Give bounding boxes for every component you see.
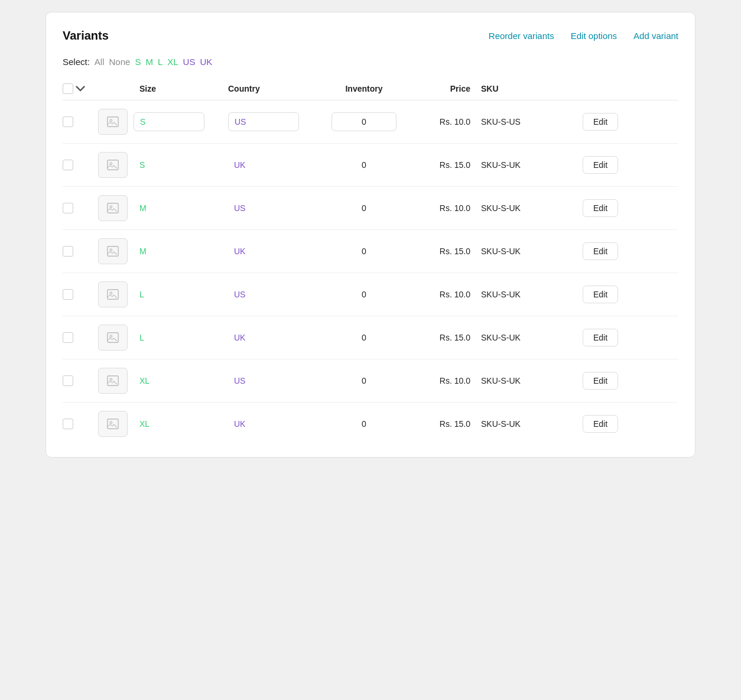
svg-point-7 [110,249,112,251]
edit-button[interactable]: Edit [583,242,618,260]
row-inventory-cell [323,112,405,131]
row-image-thumb[interactable] [98,152,134,178]
edit-button[interactable]: Edit [583,372,618,390]
row-checkbox[interactable] [63,419,73,429]
inventory-value: 0 [332,419,396,429]
row-checkbox-cell [63,375,98,386]
row-price: Rs. 10.0 [405,117,476,127]
edit-button[interactable]: Edit [583,415,618,433]
reorder-variants-link[interactable]: Reorder variants [489,31,554,41]
row-country-cell: UK [228,247,323,256]
row-sku: SKU-S-UK [476,203,583,213]
row-checkbox-cell [63,289,98,300]
country-value: UK [228,333,299,342]
row-size-cell: L [134,290,228,299]
edit-button[interactable]: Edit [583,199,618,217]
row-inventory-cell: 0 [323,333,405,342]
row-country-cell: US [228,376,323,385]
row-checkbox[interactable] [63,160,73,170]
header-sku: SKU [476,84,583,93]
select-all[interactable]: All [95,57,105,67]
row-checkbox-cell [63,332,98,343]
inventory-value: 0 [332,203,396,213]
row-sku: SKU-S-UK [476,419,583,429]
checkbox-dropdown-icon[interactable] [76,84,85,93]
row-checkbox[interactable] [63,246,73,257]
row-image-thumb[interactable] [98,195,134,221]
row-price: Rs. 10.0 [405,376,476,385]
svg-point-9 [110,292,112,294]
svg-point-15 [110,422,112,424]
row-country-cell: US [228,290,323,299]
size-value: XL [134,419,204,429]
table-row: M US 0 Rs. 10.0 SKU-S-UK Edit [63,187,678,230]
row-size-cell: M [134,247,228,256]
select-xl[interactable]: XL [167,57,178,67]
inventory-value: 0 [332,376,396,385]
row-edit-cell: Edit [583,242,624,260]
row-sku: SKU-S-UK [476,376,583,385]
header-price: Price [405,84,476,93]
select-uk[interactable]: UK [200,57,212,67]
row-checkbox[interactable] [63,203,73,213]
edit-button[interactable]: Edit [583,156,618,174]
row-image-thumb[interactable] [98,368,134,394]
row-size-cell: XL [134,376,228,385]
row-price: Rs. 15.0 [405,247,476,256]
header-checkbox[interactable] [63,83,73,94]
size-value: S [134,160,204,170]
size-value: M [134,203,204,213]
select-m[interactable]: M [145,57,153,67]
row-checkbox[interactable] [63,375,73,386]
select-none[interactable]: None [109,57,131,67]
variants-table: Size Country Inventory Price SKU Rs. 10.… [63,79,678,445]
row-inventory-cell: 0 [323,419,405,429]
edit-button[interactable]: Edit [583,329,618,346]
row-checkbox[interactable] [63,116,73,127]
inventory-value: 0 [332,160,396,170]
row-checkbox-cell [63,246,98,257]
row-sku: SKU-S-US [476,117,583,127]
row-image-thumb[interactable] [98,109,134,135]
row-image-thumb[interactable] [98,325,134,351]
select-l[interactable]: L [158,57,162,67]
add-variant-link[interactable]: Add variant [633,31,678,41]
table-row: S UK 0 Rs. 15.0 SKU-S-UK Edit [63,144,678,187]
row-inventory-cell: 0 [323,203,405,213]
country-input[interactable] [228,112,299,131]
row-size-cell: S [134,160,228,170]
row-edit-cell: Edit [583,113,624,131]
row-sku: SKU-S-UK [476,333,583,342]
select-s[interactable]: S [135,57,141,67]
svg-point-1 [110,119,112,122]
inventory-input[interactable] [332,112,396,131]
select-label: Select: [63,57,90,67]
table-row: Rs. 10.0 SKU-S-US Edit [63,101,678,144]
size-value: M [134,247,204,256]
row-image-thumb[interactable] [98,411,134,437]
header-checkbox-cell [63,83,98,94]
size-value: L [134,290,204,299]
row-edit-cell: Edit [583,199,624,217]
row-checkbox[interactable] [63,332,73,343]
row-image-thumb[interactable] [98,238,134,264]
edit-button[interactable]: Edit [583,286,618,303]
table-row: XL US 0 Rs. 10.0 SKU-S-UK Edit [63,359,678,403]
size-input[interactable] [134,112,204,131]
page-title: Variants [63,29,489,43]
header-inventory: Inventory [323,84,405,93]
select-row: Select: All None S M L XL US UK [63,57,678,67]
row-checkbox-cell [63,203,98,213]
row-image-thumb[interactable] [98,281,134,307]
row-inventory-cell: 0 [323,160,405,170]
row-checkbox[interactable] [63,289,73,300]
row-price: Rs. 10.0 [405,290,476,299]
variants-card: Variants Reorder variants Edit options A… [46,12,696,458]
row-sku: SKU-S-UK [476,290,583,299]
row-checkbox-cell [63,419,98,429]
row-inventory-cell: 0 [323,290,405,299]
select-us[interactable]: US [183,57,196,67]
edit-options-link[interactable]: Edit options [571,31,617,41]
row-edit-cell: Edit [583,372,624,390]
edit-button[interactable]: Edit [583,113,618,131]
